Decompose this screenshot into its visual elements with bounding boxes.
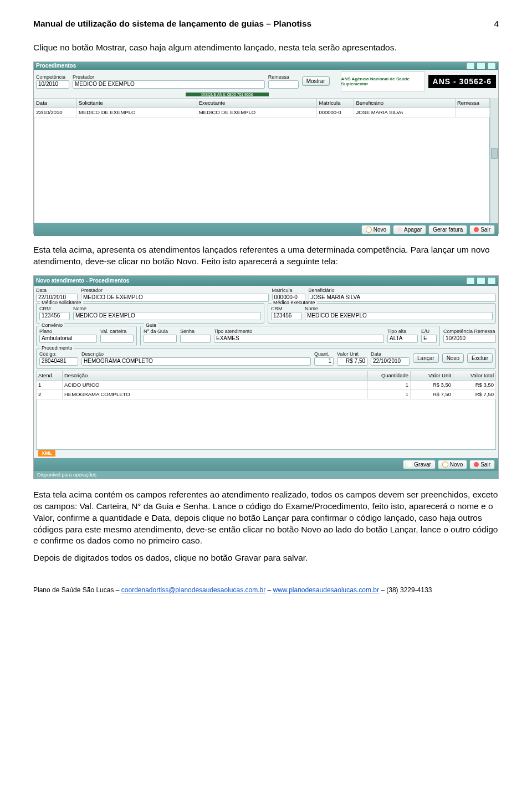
- col-valor-total[interactable]: Valor total: [453, 371, 496, 380]
- ans-disque: DISQUE ANS: 0800 701 9656: [186, 93, 269, 96]
- proc-table-empty-area: [36, 399, 496, 450]
- legend-solicitante: Médico solicitante: [40, 300, 83, 305]
- maximize-icon[interactable]: [477, 62, 485, 70]
- valor-unit-input[interactable]: R$ 7,50: [337, 357, 367, 366]
- scrollbar[interactable]: [490, 98, 498, 223]
- close-icon[interactable]: [487, 277, 496, 285]
- ans-logo-icon: ANS Agência Nacional de Saúde Suplementa…: [341, 71, 425, 91]
- label-valor-unit: Valor Unit: [337, 351, 367, 357]
- window-title: Procedimentos: [36, 63, 466, 69]
- label-crm: CRM: [271, 306, 301, 311]
- paragraph-4: Depois de digitados todos os dados, cliq…: [33, 552, 499, 564]
- plano-input[interactable]: Ambulatorial: [39, 335, 97, 343]
- label-beneficiario: Beneficiário: [309, 288, 497, 293]
- window-titlebar-2: Novo atendimento - Procedimentos: [34, 276, 498, 286]
- label-senha: Senha: [180, 329, 211, 334]
- close-icon[interactable]: [487, 62, 496, 70]
- col-data[interactable]: Data: [34, 98, 77, 107]
- label-num-guia: N° da Guia: [144, 329, 177, 334]
- table-row[interactable]: 1ACIDO URICO1R$ 3,50R$ 3,50: [37, 380, 496, 389]
- senha-input[interactable]: [180, 335, 211, 343]
- legend-guia: Guia: [144, 322, 158, 328]
- descricao-input[interactable]: HEMOGRAMA COMPLETO: [81, 357, 311, 366]
- footer-email-link[interactable]: coordenadortiss@planodesaudesaolucas.com…: [121, 586, 265, 594]
- new-icon: [366, 227, 372, 233]
- save-icon: [407, 462, 412, 467]
- crm-solic-input[interactable]: 123456: [39, 312, 70, 320]
- paragraph-2: Esta tela acima, apresenta os atendiment…: [33, 244, 499, 268]
- label-eu: E/U: [421, 329, 437, 334]
- label-nome: Nome: [305, 306, 493, 311]
- val-carteira-input[interactable]: [100, 335, 134, 343]
- sair-button[interactable]: Sair: [469, 225, 495, 234]
- table-row[interactable]: 2HEMOGRAMA COMPLETO1R$ 7,50R$ 7,50: [37, 389, 496, 399]
- col-descricao[interactable]: Descrição: [63, 371, 368, 380]
- mostrar-button[interactable]: Mostrar: [302, 76, 330, 86]
- prestador-input[interactable]: MEDICO DE EXEMPLO: [81, 294, 269, 302]
- proc-novo-button[interactable]: Novo: [442, 353, 464, 363]
- table-empty-area: [34, 117, 490, 223]
- gerar-fatura-button[interactable]: Gerar fatura: [428, 225, 467, 234]
- novo-button[interactable]: Novo: [361, 225, 391, 234]
- col-executante[interactable]: Executante: [197, 98, 317, 107]
- apagar-button[interactable]: Apagar: [393, 225, 426, 234]
- prestador-input[interactable]: MEDICO DE EXEMPLO: [73, 80, 265, 89]
- col-solicitante[interactable]: Solicitante: [77, 98, 197, 107]
- competencia-input[interactable]: 10/2010: [36, 80, 69, 89]
- label-tipo-alta: Tipo alta: [387, 329, 418, 334]
- codigo-input[interactable]: 28040481: [39, 357, 78, 366]
- lancar-button[interactable]: Lançar: [413, 353, 439, 363]
- beneficiario-input[interactable]: JOSE MARIA SILVA: [309, 294, 497, 302]
- label-quant: Quant.: [314, 351, 334, 357]
- doc-title: Manual de utilização do sistema de lança…: [33, 19, 494, 29]
- col-quantidade[interactable]: Quantidade: [368, 371, 411, 380]
- quant-input[interactable]: 1: [314, 357, 334, 366]
- comp-remessa-input[interactable]: 10/2010: [443, 335, 496, 343]
- col-valor-unit[interactable]: Valor Unit: [411, 371, 453, 380]
- window-titlebar: Procedimentos: [34, 62, 498, 70]
- gravar-button[interactable]: Gravar: [403, 460, 436, 469]
- nome-solic-input[interactable]: MEDICO DE EXEMPLO: [73, 312, 261, 320]
- excluir-button[interactable]: Excluir: [467, 353, 493, 363]
- nome-exec-input[interactable]: MEDICO DE EXEMPLO: [305, 312, 493, 320]
- remessa-input[interactable]: [268, 80, 299, 89]
- label-competencia: Competência: [36, 74, 69, 80]
- screenshot-procedimentos: Procedimentos Competência10/2010 Prestad…: [33, 61, 499, 234]
- crm-exec-input[interactable]: 123456: [271, 312, 301, 320]
- label-plano: Plano: [39, 329, 97, 334]
- label-remessa: Remessa: [268, 74, 299, 80]
- table-row[interactable]: 22/10/2010MEDICO DE EXEMPLOMEDICO DE EXE…: [34, 107, 490, 117]
- proc-data-input[interactable]: 22/10/2010: [371, 357, 410, 366]
- exit-icon: [474, 227, 479, 232]
- minimize-icon[interactable]: [466, 277, 475, 285]
- new-icon: [442, 461, 448, 468]
- bottom-toolbar-2: Gravar Novo Sair: [34, 458, 498, 471]
- eu-input[interactable]: E: [421, 335, 437, 343]
- xml-tab[interactable]: XML: [38, 450, 55, 457]
- sair-button-2[interactable]: Sair: [469, 460, 495, 469]
- legend-procedimento: Procedimento: [40, 345, 74, 351]
- footer-org: Plano de Saúde São Lucas –: [33, 586, 121, 594]
- col-remessa[interactable]: Remessa: [456, 98, 490, 107]
- page-number: 4: [494, 19, 499, 29]
- tipo-atend-input[interactable]: EXAMES: [214, 335, 384, 343]
- novo-button-2[interactable]: Novo: [438, 460, 467, 469]
- bottom-toolbar: Novo Apagar Gerar fatura Sair: [34, 223, 498, 236]
- col-atend[interactable]: Atend.: [37, 371, 63, 380]
- tipo-alta-input[interactable]: ALTA: [387, 335, 418, 343]
- screenshot-novo-atendimento: Novo atendimento - Procedimentos Data22/…: [33, 275, 499, 479]
- col-beneficiario[interactable]: Beneficiário: [354, 98, 456, 107]
- label-descricao: Descrição: [81, 351, 311, 357]
- ans-number: ANS - 30562-6: [428, 75, 496, 88]
- label-codigo: Código:: [39, 351, 78, 357]
- label-comp-remessa: Competência Remessa: [443, 329, 496, 334]
- col-matricula[interactable]: Matrícula: [317, 98, 354, 107]
- label-prestador: Prestador: [73, 74, 265, 80]
- footer-site-link[interactable]: www.planodesaudesaolucas.com.br: [273, 586, 378, 594]
- footer-phone: – (38) 3229-4133: [379, 586, 432, 594]
- maximize-icon[interactable]: [477, 277, 485, 285]
- ans-badge: ANS Agência Nacional de Saúde Suplementa…: [341, 71, 496, 91]
- num-guia-input[interactable]: [144, 335, 177, 343]
- window-title-2: Novo atendimento - Procedimentos: [36, 278, 466, 284]
- minimize-icon[interactable]: [466, 62, 475, 70]
